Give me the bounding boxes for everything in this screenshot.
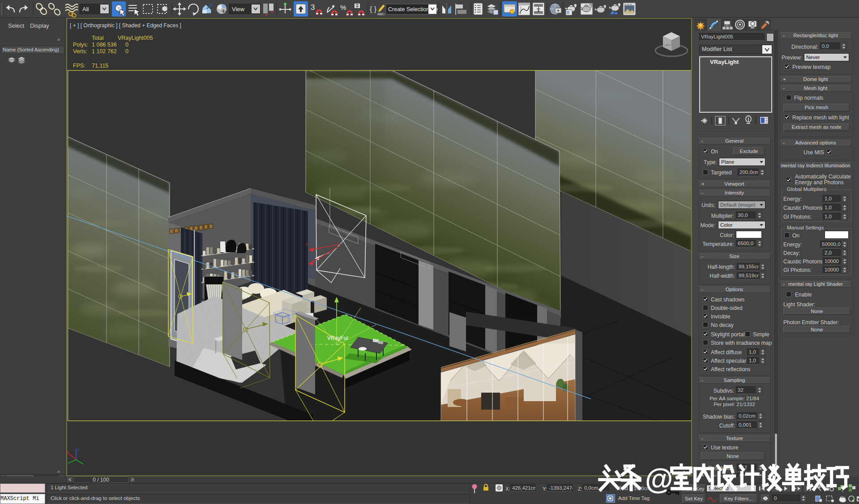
svg-text:@: @ [645,463,673,495]
